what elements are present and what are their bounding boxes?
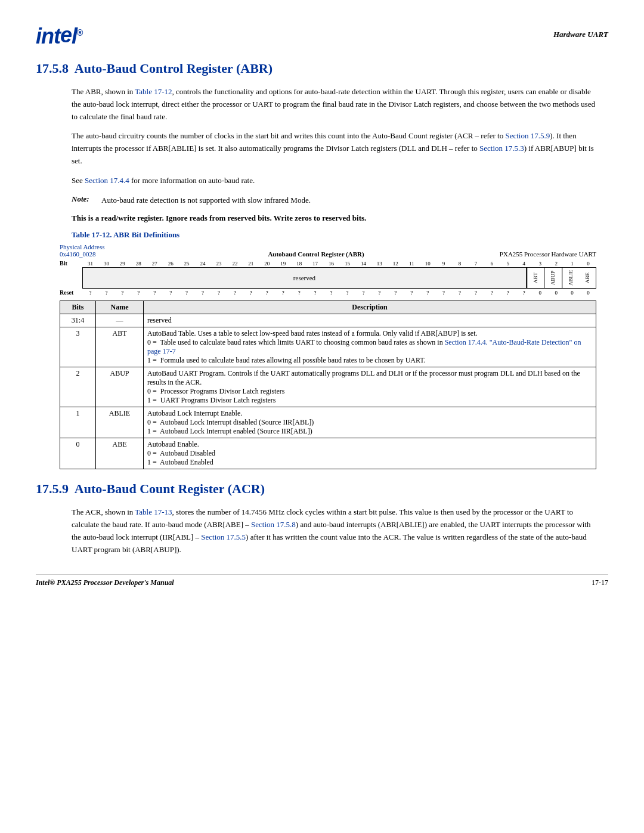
definition-table: Bits Name Description 31:4 — reserved 3 … <box>60 301 596 469</box>
phys-addr-label: Physical Address <box>60 243 155 250</box>
bit-numbers: 31 30 29 28 27 26 25 24 23 22 21 20 19 1… <box>82 261 596 267</box>
section-858-para2: The auto-baud circuitry counts the numbe… <box>72 130 596 167</box>
bit-row-label: Bit <box>60 260 82 267</box>
intel-logo: intel® <box>36 24 82 49</box>
desc-cell: Autobaud Lock Interrupt Enable. 0 = Auto… <box>144 407 596 438</box>
header-section-label: Hardware UART <box>553 24 608 39</box>
bits-cell: 0 <box>60 438 96 469</box>
section-858-title: 17.5.8 Auto-Baud Control Register (ABR) <box>36 61 608 76</box>
footer-manual-name: Intel® PXA255 Processor Developer's Manu… <box>36 578 174 587</box>
table-17-12-link[interactable]: Table 17-12 <box>135 87 172 96</box>
desc-cell: Autobaud Enable. 0 = Autobaud Disabled 1… <box>144 438 596 469</box>
section-859-para1: The ACR, shown in Table 17-13, stores th… <box>72 506 596 556</box>
name-cell: ABUP <box>96 367 144 407</box>
bits-cell: 3 <box>60 327 96 367</box>
page-footer: Intel® PXA255 Processor Developer's Manu… <box>36 574 608 587</box>
section-17-4-4-link2[interactable]: Section 17.4.4. "Auto-Baud-Rate Detectio… <box>147 338 581 355</box>
register-fields-row: reserved ABT ABUP ABLIE ABE <box>60 267 596 289</box>
register-table-container: Physical Address 0x4160_0028 Autobaud Co… <box>60 243 596 469</box>
section-17-5-5-link[interactable]: Section 17.5.5 <box>201 532 246 541</box>
note-text: Auto-baud rate detection is not supporte… <box>101 194 311 207</box>
table-row: 2 ABUP AutoBaud UART Program. Controls i… <box>60 367 596 407</box>
desc-cell: AutoBaud UART Program. Controls if the U… <box>144 367 596 407</box>
table-17-13-link[interactable]: Table 17-13 <box>135 507 172 516</box>
section-17-5-8-link[interactable]: Section 17.5.8 <box>251 520 296 529</box>
abt-field: ABT <box>527 268 544 288</box>
register-header-row: Physical Address 0x4160_0028 Autobaud Co… <box>60 243 596 258</box>
register-grid: reserved ABT ABUP ABLIE ABE <box>82 267 596 289</box>
page-header: intel® Hardware UART <box>36 24 608 49</box>
bits-header: Bits <box>60 301 96 314</box>
reset-label: Reset <box>60 289 82 296</box>
note-label: Note: <box>72 194 101 207</box>
table-header-row: Bits Name Description <box>60 301 596 314</box>
table-row: 31:4 — reserved <box>60 314 596 327</box>
name-cell: ABLIE <box>96 407 144 438</box>
table-17-12-title: Table 17-12. ABR Bit Definitions <box>72 230 608 240</box>
bit-31: 31 <box>82 261 98 267</box>
name-header: Name <box>96 301 144 314</box>
bit-label-row: Bit 31 30 29 28 27 26 25 24 23 22 21 20 … <box>60 260 596 267</box>
phys-addr-block: Physical Address 0x4160_0028 <box>60 243 155 258</box>
phys-addr-value: 0x4160_0028 <box>60 250 155 258</box>
processor-header: PXA255 Processor Hardware UART <box>477 250 596 258</box>
reg-name-header: Autobaud Control Register (ABR) <box>155 250 477 258</box>
reset-values: ? ? ? ? ? ? ? ? ? ? ? ? ? ? ? ? ? ? ? ? … <box>82 290 596 296</box>
bits-cell: 1 <box>60 407 96 438</box>
table-row: 3 ABT AutoBaud Table. Uses a table to se… <box>60 327 596 367</box>
section-17-4-4-link[interactable]: Section 17.4.4 <box>85 176 129 185</box>
table-row: 1 ABLIE Autobaud Lock Interrupt Enable. … <box>60 407 596 438</box>
bits-cell: 31:4 <box>60 314 96 327</box>
section-859-title: 17.5.9 Auto-Baud Count Register (ACR) <box>36 481 608 497</box>
reserved-field: reserved <box>83 268 527 288</box>
note-block: Note: Auto-baud rate detection is not su… <box>72 194 596 207</box>
section-858-para3: See Section 17.4.4 for more information … <box>72 175 596 187</box>
abup-field: ABUP <box>544 268 561 288</box>
footer-page-number: 17-17 <box>592 578 608 587</box>
table-row: 0 ABE Autobaud Enable. 0 = Autobaud Disa… <box>60 438 596 469</box>
section-17-5-9-link[interactable]: Section 17.5.9 <box>505 131 550 140</box>
ablie-field: ABLIE <box>562 268 579 288</box>
desc-cell: reserved <box>144 314 596 327</box>
name-cell: ABE <box>96 438 144 469</box>
bits-cell: 2 <box>60 367 96 407</box>
abe-field: ABE <box>579 268 596 288</box>
register-note: This is a read/write register. Ignore re… <box>72 213 596 223</box>
desc-cell: AutoBaud Table. Uses a table to select l… <box>144 327 596 367</box>
reset-row: Reset ? ? ? ? ? ? ? ? ? ? ? ? ? ? ? ? ? … <box>60 289 596 296</box>
section-17-5-3-link[interactable]: Section 17.5.3 <box>479 144 524 153</box>
name-cell: ABT <box>96 327 144 367</box>
desc-header: Description <box>144 301 596 314</box>
section-858-para1: The ABR, shown in Table 17-12, controls … <box>72 86 596 123</box>
name-cell: — <box>96 314 144 327</box>
